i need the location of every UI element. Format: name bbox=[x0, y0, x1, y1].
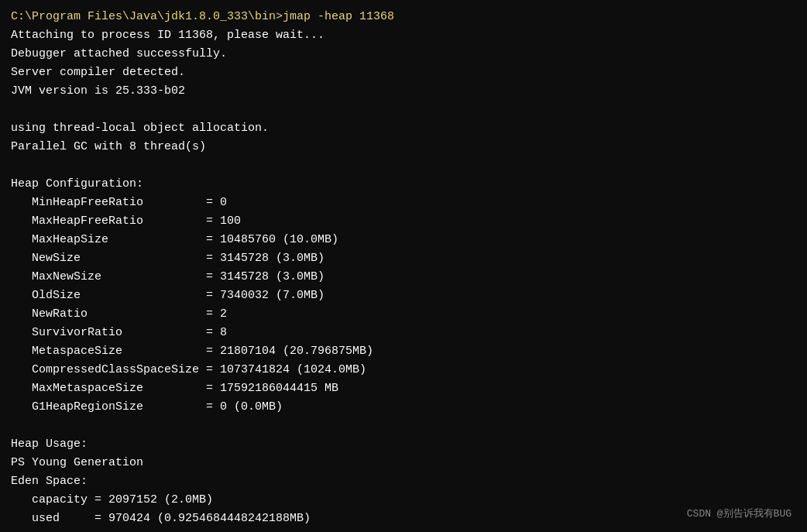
blank-line-2 bbox=[11, 156, 796, 175]
blank-line-3 bbox=[11, 417, 796, 435]
blank-line-1 bbox=[11, 101, 796, 119]
min-heap-free-ratio: MinHeapFreeRatio = 0 bbox=[11, 194, 796, 212]
max-metaspace-size: MaxMetaspaceSize = 17592186044415 MB bbox=[11, 379, 796, 398]
output-line-4: JVM version is 25.333-b02 bbox=[11, 82, 796, 101]
eden-space: Eden Space: bbox=[11, 472, 796, 491]
metaspace-size: MetaspaceSize = 21807104 (20.796875MB) bbox=[11, 342, 796, 361]
output-line-1: Attaching to process ID 11368, please wa… bbox=[11, 26, 796, 45]
ps-young-generation: PS Young Generation bbox=[11, 454, 796, 472]
output-line-6: using thread-local object allocation. bbox=[11, 119, 796, 138]
max-heap-size: MaxHeapSize = 10485760 (10.0MB) bbox=[11, 231, 796, 249]
terminal-window: C:\Program Files\Java\jdk1.8.0_333\bin>j… bbox=[0, 0, 807, 532]
survivor-ratio: SurvivorRatio = 8 bbox=[11, 324, 796, 342]
output-line-7: Parallel GC with 8 thread(s) bbox=[11, 138, 796, 156]
old-size: OldSize = 7340032 (7.0MB) bbox=[11, 287, 796, 305]
eden-capacity: capacity = 2097152 (2.0MB) bbox=[11, 491, 796, 510]
watermark: CSDN @别告诉我有BUG bbox=[687, 506, 792, 523]
output-line-3: Server compiler detected. bbox=[11, 63, 796, 82]
command-line: C:\Program Files\Java\jdk1.8.0_333\bin>j… bbox=[11, 8, 796, 26]
new-ratio: NewRatio = 2 bbox=[11, 305, 796, 324]
terminal-output: C:\Program Files\Java\jdk1.8.0_333\bin>j… bbox=[11, 8, 796, 528]
heap-usage-header: Heap Usage: bbox=[11, 435, 796, 454]
eden-used: used = 970424 (0.9254684448242188MB) bbox=[11, 510, 796, 528]
g1-heap-region-size: G1HeapRegionSize = 0 (0.0MB) bbox=[11, 398, 796, 417]
heap-config-header: Heap Configuration: bbox=[11, 175, 796, 194]
max-heap-free-ratio: MaxHeapFreeRatio = 100 bbox=[11, 212, 796, 231]
compressed-class-space-size: CompressedClassSpaceSize = 1073741824 (1… bbox=[11, 361, 796, 379]
new-size: NewSize = 3145728 (3.0MB) bbox=[11, 249, 796, 268]
max-new-size: MaxNewSize = 3145728 (3.0MB) bbox=[11, 268, 796, 287]
output-line-2: Debugger attached successfully. bbox=[11, 45, 796, 63]
